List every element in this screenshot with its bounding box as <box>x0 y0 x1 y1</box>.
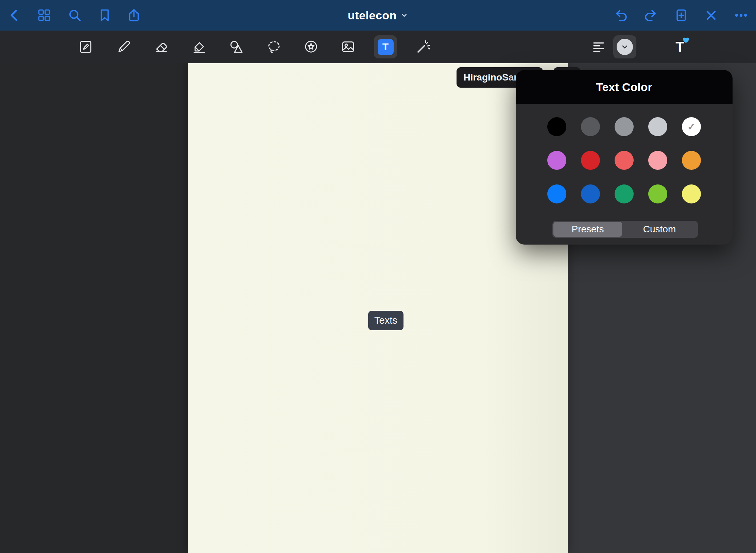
share-icon <box>126 8 141 23</box>
shapes-icon <box>228 39 244 55</box>
elements-tool-button[interactable] <box>297 31 325 63</box>
text-heart-icon: T <box>675 40 684 54</box>
image-tool-button[interactable] <box>334 31 362 63</box>
favorite-text-style-button[interactable]: T <box>666 31 693 63</box>
add-page-icon <box>674 8 689 23</box>
ellipsis-icon <box>734 8 749 23</box>
presets-custom-segmented-control: Presets Custom <box>552 221 698 238</box>
color-swatch-white[interactable]: ✓ <box>682 117 701 136</box>
redo-button[interactable] <box>639 0 663 31</box>
undo-button[interactable] <box>609 0 633 31</box>
text-align-button[interactable] <box>587 31 611 63</box>
laser-pointer-button[interactable] <box>410 31 437 63</box>
search-icon <box>67 8 82 23</box>
image-icon <box>340 39 356 55</box>
color-swatch-black[interactable] <box>547 117 566 136</box>
pages-overview-button[interactable] <box>32 0 56 31</box>
color-swatch-dark-gray[interactable] <box>581 117 600 136</box>
chevron-down-icon <box>400 11 408 19</box>
bookmark-icon <box>97 8 112 23</box>
color-swatch-grid: ✓ <box>547 117 701 203</box>
grid-icon <box>37 8 52 23</box>
color-swatch-light-gray[interactable] <box>648 117 667 136</box>
search-button[interactable] <box>63 0 87 31</box>
star-sticker-icon <box>303 39 319 55</box>
page-pen-icon <box>78 39 94 55</box>
color-swatch-gray[interactable] <box>615 117 634 136</box>
canvas-text-object[interactable]: Texts <box>368 311 403 330</box>
tab-presets[interactable]: Presets <box>553 222 622 237</box>
redo-icon <box>643 8 658 23</box>
color-swatch-dark-blue[interactable] <box>581 184 600 203</box>
highlighter-tool-button[interactable] <box>186 31 213 63</box>
color-swatch-green[interactable] <box>615 184 634 203</box>
current-color-swatch <box>617 39 633 55</box>
app-screen: utelecon <box>0 0 756 553</box>
more-options-button[interactable] <box>729 0 753 31</box>
laser-pointer-icon <box>415 39 431 55</box>
color-swatch-blue[interactable] <box>547 184 566 203</box>
text-color-button[interactable] <box>611 31 638 63</box>
back-button[interactable] <box>3 0 27 31</box>
top-navigation-bar: utelecon <box>0 0 756 31</box>
text-tool-icon: T <box>378 39 394 55</box>
color-swatch-dark-red[interactable] <box>581 151 600 170</box>
close-icon <box>704 8 719 23</box>
color-swatch-orange[interactable] <box>682 151 701 170</box>
color-swatch-purple[interactable] <box>547 151 566 170</box>
selected-check-icon: ✓ <box>687 121 695 132</box>
close-button[interactable] <box>699 0 723 31</box>
eraser-tool-button[interactable] <box>148 31 175 63</box>
share-button[interactable] <box>122 0 146 31</box>
pen-tool-button[interactable] <box>110 31 137 63</box>
shapes-tool-button[interactable] <box>223 31 250 63</box>
text-tool-button[interactable]: T <box>372 31 399 63</box>
heart-icon <box>682 36 690 44</box>
notebook-title[interactable]: utelecon <box>348 0 408 31</box>
lasso-tool-button[interactable] <box>260 31 288 63</box>
bookmark-button[interactable] <box>93 0 117 31</box>
tools-toolbar: T HiraginoSans-... 16 T <box>0 31 756 63</box>
notebook-title-label: utelecon <box>348 9 397 22</box>
chevron-down-icon <box>621 43 629 51</box>
undo-icon <box>614 8 629 23</box>
text-color-popover: Text Color ✓ Presets Custom <box>516 70 733 245</box>
lasso-icon <box>266 39 282 55</box>
color-swatch-yellow[interactable] <box>682 184 701 203</box>
text-align-icon <box>591 40 606 54</box>
color-swatch-red[interactable] <box>615 151 634 170</box>
notebook-page[interactable] <box>188 63 568 553</box>
color-swatch-pink[interactable] <box>648 151 667 170</box>
view-mode-button[interactable] <box>72 31 99 63</box>
pen-icon <box>116 39 132 55</box>
eraser-icon <box>153 39 170 55</box>
add-page-button[interactable] <box>669 0 693 31</box>
tab-custom[interactable]: Custom <box>622 222 697 237</box>
color-swatch-light-green[interactable] <box>648 184 667 203</box>
chevron-left-icon <box>7 8 22 23</box>
highlighter-icon <box>191 39 207 55</box>
popover-title: Text Color <box>516 70 733 104</box>
